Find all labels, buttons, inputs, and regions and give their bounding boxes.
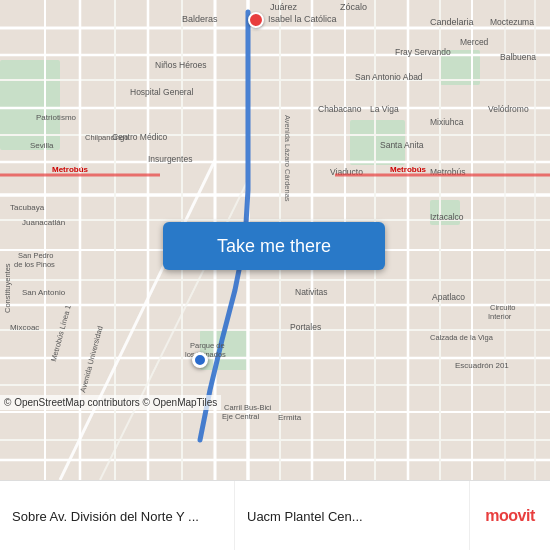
svg-text:Portales: Portales [290, 322, 321, 332]
destination-pin-circle [248, 12, 264, 28]
svg-text:Balderas: Balderas [182, 14, 218, 24]
svg-text:Escuadrón 201: Escuadrón 201 [455, 361, 509, 370]
svg-text:Zócalo: Zócalo [340, 2, 367, 12]
map-container: Juárez Zócalo Candelaria Merced Moctezum… [0, 0, 550, 480]
svg-text:Mixcoac: Mixcoac [10, 323, 39, 332]
destination-pin [248, 12, 264, 28]
svg-text:Calzada de la Viga: Calzada de la Viga [430, 333, 494, 342]
map-attribution: © OpenStreetMap contributors © OpenMapTi… [0, 395, 221, 410]
svg-text:Metrobús: Metrobús [52, 165, 89, 174]
svg-text:San Antonio Abad: San Antonio Abad [355, 72, 423, 82]
svg-text:Carril Bus-Bici: Carril Bus-Bici [224, 403, 272, 412]
origin-name: Sobre Av. División del Norte Y ... [12, 509, 222, 524]
svg-text:de los Pinos: de los Pinos [14, 260, 55, 269]
svg-text:San Pedro: San Pedro [18, 251, 53, 260]
svg-text:Tacubaya: Tacubaya [10, 203, 45, 212]
moovit-logo: moovit [470, 481, 550, 550]
bottom-bar: Sobre Av. División del Norte Y ... Uacm … [0, 480, 550, 550]
svg-text:Juárez: Juárez [270, 2, 298, 12]
moovit-logo-text: moovit [485, 507, 534, 525]
take-me-there-button[interactable]: Take me there [163, 222, 385, 270]
svg-text:Candelaria: Candelaria [430, 17, 474, 27]
origin-destination[interactable]: Sobre Av. División del Norte Y ... [0, 481, 235, 550]
svg-text:Fray Servando: Fray Servando [395, 47, 451, 57]
dest-destination[interactable]: Uacm Plantel Cen... [235, 481, 470, 550]
svg-text:Mixiuhca: Mixiuhca [430, 117, 464, 127]
svg-text:Juanacatlán: Juanacatlán [22, 218, 65, 227]
svg-text:La Viga: La Viga [370, 104, 399, 114]
svg-text:Merced: Merced [460, 37, 489, 47]
origin-pin-circle [192, 352, 208, 368]
svg-text:Apatlaco: Apatlaco [432, 292, 465, 302]
svg-text:Isabel la Católica: Isabel la Católica [268, 14, 337, 24]
svg-text:Constituyentes: Constituyentes [3, 263, 12, 313]
svg-text:Iztacalco: Iztacalco [430, 212, 464, 222]
svg-text:Santa Anita: Santa Anita [380, 140, 424, 150]
svg-rect-1 [0, 60, 60, 150]
svg-text:Hospital General: Hospital General [130, 87, 193, 97]
svg-text:Ermita: Ermita [278, 413, 302, 422]
svg-text:Patriotismo: Patriotismo [36, 113, 77, 122]
svg-text:Velódromo: Velódromo [488, 104, 529, 114]
svg-text:Moctezuma: Moctezuma [490, 17, 534, 27]
svg-text:Sevilla: Sevilla [30, 141, 54, 150]
svg-text:Avenida Lázaro Cárdenas: Avenida Lázaro Cárdenas [283, 115, 292, 202]
svg-text:Interior: Interior [488, 312, 512, 321]
svg-text:Metrobús Línea 7: Metrobús Línea 7 [0, 35, 2, 93]
svg-text:Balbuena: Balbuena [500, 52, 536, 62]
svg-text:Nativitas: Nativitas [295, 287, 328, 297]
svg-text:Metrobús: Metrobús [390, 165, 427, 174]
svg-text:Niños Héroes: Niños Héroes [155, 60, 207, 70]
svg-text:Insurgentes: Insurgentes [148, 154, 192, 164]
svg-text:San Antonio: San Antonio [22, 288, 66, 297]
svg-text:Chabacano: Chabacano [318, 104, 362, 114]
svg-text:Chilpancingo: Chilpancingo [85, 133, 128, 142]
svg-text:Parque de: Parque de [190, 341, 225, 350]
origin-pin [192, 352, 208, 368]
svg-text:Circuito: Circuito [490, 303, 515, 312]
svg-text:Eje Central: Eje Central [222, 412, 259, 421]
dest-name: Uacm Plantel Cen... [247, 509, 457, 524]
